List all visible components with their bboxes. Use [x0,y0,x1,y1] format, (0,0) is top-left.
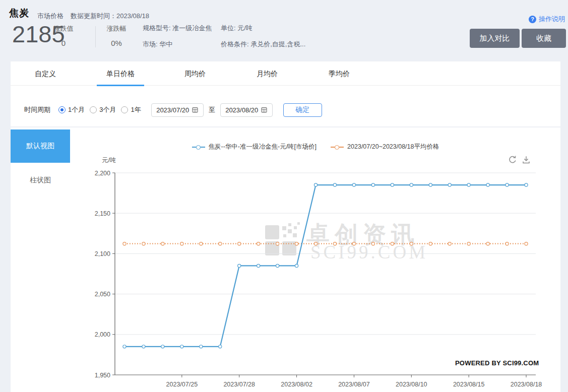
line-circle-marker-icon [192,145,205,150]
svg-text:2,000: 2,000 [95,331,110,338]
line-circle-marker-icon [331,145,344,150]
tab-quarter-avg[interactable]: 季均价 [329,61,350,86]
svg-text:2023/08/18: 2023/08/18 [511,381,542,388]
tabs-filter-card: 自定义 单日价格 周均价 月均价 季均价 时间周期 1个月 3个月 1年 202… [11,61,560,126]
legend-item-price-series[interactable]: 焦炭--华中-准一级冶金焦-元/吨[市场价] [192,143,317,151]
change-value-label: 涨跌值 [49,24,78,33]
category-label: 市场价格 [37,12,64,21]
update-time-value: 2023/08/18 [116,12,149,20]
change-value: 0 [49,39,78,47]
chart-legend: 焦炭--华中-准一级冶金焦-元/吨[市场价] 2023/07/20~2023/0… [70,143,561,151]
confirm-button[interactable]: 确定 [283,103,322,117]
powered-by-label: POWERED BY SCI99.COM [455,359,539,367]
svg-text:2023/08/02: 2023/08/02 [281,381,312,388]
spec-model: 规格型号: 准一级冶金焦 [143,24,212,32]
tab-monthly-avg[interactable]: 月均价 [257,61,278,86]
change-pct-label: 涨跌幅 [101,24,132,33]
update-time-label: 数据更新时间： [71,12,116,20]
change-pct-value: 0% [101,39,132,47]
end-date-input[interactable]: 2023/08/20 [220,103,273,117]
date-range-to-label: 至 [209,105,215,114]
question-icon: ? [529,16,536,23]
time-filter-row: 时间周期 1个月 3个月 1年 2023/07/20 至 2023/08/20 … [24,102,322,117]
download-icon[interactable] [522,155,531,164]
tab-weekly-avg[interactable]: 周均价 [184,61,206,86]
sidebar-item-bar-chart[interactable]: 柱状图 [11,176,70,185]
svg-text:2023/08/10: 2023/08/10 [396,381,427,388]
start-date-input[interactable]: 2023/07/20 [151,103,204,117]
calendar-icon [192,107,198,113]
y-axis-unit-label: 元/吨 [102,156,116,165]
radio-label: 1年 [131,105,141,114]
favorite-button[interactable]: 收藏 [522,29,566,48]
period-label: 时间周期 [24,105,50,114]
svg-text:2,100: 2,100 [95,250,110,257]
tab-bar: 自定义 单日价格 周均价 月均价 季均价 [11,61,560,86]
price-chart[interactable]: 1,9502,0002,0502,1002,1502,2002023/07/25… [70,166,561,392]
legend-label: 焦炭--华中-准一级冶金焦-元/吨[市场价] [209,143,317,151]
change-value-block: 涨跌值 0 [49,24,78,47]
help-link[interactable]: ? 操作说明 [529,15,565,24]
svg-text:2,200: 2,200 [95,170,110,177]
spec-market: 市场: 华中 [143,40,212,48]
spec-block: 规格型号: 准一级冶金焦 市场: 华中 [143,24,212,48]
unit-block: 单位: 元/吨 价格条件: 承兑价,自提,含税... [221,24,305,48]
legend-item-average-series[interactable]: 2023/07/20~2023/08/18平均价格 [331,143,439,151]
svg-text:2,150: 2,150 [95,210,110,217]
update-time: 数据更新时间：2023/08/18 [71,12,149,21]
sidebar-item-default-view[interactable]: 默认视图 [11,129,70,163]
radio-label: 3个月 [99,105,116,114]
spec-unit: 单位: 元/吨 [221,24,305,32]
svg-text:2023/08/15: 2023/08/15 [453,381,485,388]
refresh-icon[interactable] [508,155,517,164]
svg-text:2023/07/28: 2023/07/28 [223,381,255,388]
page-title: 焦炭 [9,7,29,20]
spec-condition: 价格条件: 承兑价,自提,含税... [221,40,305,48]
divider [95,26,96,47]
radio-icon [121,106,128,113]
tab-custom[interactable]: 自定义 [35,61,56,86]
calendar-icon [261,107,267,113]
svg-text:2023/07/25: 2023/07/25 [166,381,198,388]
radio-icon [58,106,66,113]
legend-label: 2023/07/20~2023/08/18平均价格 [347,143,439,151]
svg-text:1,950: 1,950 [95,372,110,379]
tab-daily-price[interactable]: 单日价格 [106,61,135,86]
radio-label: 1个月 [68,105,85,114]
change-pct-block: 涨跌幅 0% [101,24,132,47]
end-date-value: 2023/08/20 [225,106,258,114]
chart-toolbar [508,155,531,164]
add-compare-button[interactable]: 加入对比 [470,29,520,48]
start-date-value: 2023/07/20 [156,106,189,114]
svg-text:2,050: 2,050 [95,291,110,298]
radio-icon [90,106,97,113]
radio-1-month[interactable]: 1个月 [58,105,85,114]
help-label: 操作说明 [539,15,565,24]
radio-3-month[interactable]: 3个月 [90,105,116,114]
chart-card: 默认视图 柱状图 焦炭--华中-准一级冶金焦-元/吨[市场价] 2023/07/… [11,127,560,392]
svg-text:2023/08/07: 2023/08/07 [338,381,370,388]
radio-1-year[interactable]: 1年 [121,105,141,114]
